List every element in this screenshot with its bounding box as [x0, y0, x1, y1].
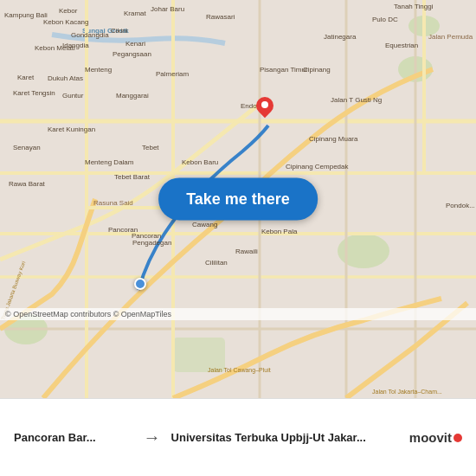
- moovit-logo: moovit: [409, 430, 462, 445]
- svg-text:Karet Tengsin: Karet Tengsin: [13, 89, 55, 97]
- svg-text:Cawang: Cawang: [192, 221, 217, 228]
- copyright-text: © OpenStreetMap contributors © OpenMapTi…: [5, 310, 171, 318]
- svg-text:Pulo DC: Pulo DC: [372, 16, 398, 23]
- origin-marker: [134, 278, 146, 290]
- svg-text:Menteng: Menteng: [85, 66, 112, 74]
- svg-text:Kebor: Kebor: [59, 7, 78, 15]
- svg-text:Guntur: Guntur: [62, 92, 84, 100]
- svg-text:Kebon Baru: Kebon Baru: [182, 158, 218, 166]
- svg-text:Pengadegan: Pengadegan: [132, 239, 171, 247]
- svg-text:Cililitan: Cililitan: [205, 259, 228, 267]
- svg-text:Manggarai: Manggarai: [116, 92, 149, 100]
- svg-text:Senayan: Senayan: [13, 144, 41, 151]
- svg-text:Tebet: Tebet: [142, 144, 159, 151]
- svg-text:Karet: Karet: [17, 74, 35, 81]
- moovit-brand-text: moovit: [409, 430, 452, 445]
- svg-text:Kebon Pala: Kebon Pala: [261, 228, 298, 235]
- info-bar: Pancoran Bar... → Universitas Terbuka Up…: [0, 398, 476, 476]
- svg-text:Menteng Dalam: Menteng Dalam: [85, 158, 134, 166]
- svg-text:Dukuh Atas: Dukuh Atas: [48, 74, 83, 82]
- svg-text:Pegangsaan: Pegangsaan: [113, 50, 151, 58]
- svg-text:Kramat: Kramat: [124, 10, 147, 17]
- copyright-bar: © OpenStreetMap contributors © OpenMapTi…: [0, 308, 476, 320]
- svg-text:Cipinang Muara: Cipinang Muara: [309, 135, 358, 143]
- svg-text:Tebet Barat: Tebet Barat: [114, 173, 151, 181]
- route-arrow-icon: →: [144, 428, 161, 447]
- svg-text:Karet Kuningan: Karet Kuningan: [48, 125, 95, 133]
- svg-text:Palmeriam: Palmeriam: [156, 70, 190, 78]
- route-origin: Pancoran Bar...: [14, 431, 133, 444]
- svg-text:Kampung Bali: Kampung Bali: [4, 11, 48, 19]
- svg-text:Kebon Melati: Kebon Melati: [35, 44, 75, 52]
- svg-text:Jalan Tol Jakarta–Cham...: Jalan Tol Jakarta–Cham...: [372, 389, 442, 395]
- svg-text:Kenari: Kenari: [125, 40, 145, 48]
- svg-text:Tanah Tinggi: Tanah Tinggi: [394, 3, 434, 10]
- svg-text:Jalan T Gusti Ng: Jalan T Gusti Ng: [331, 96, 382, 104]
- svg-text:Kebon Kacang: Kebon Kacang: [43, 18, 89, 26]
- svg-text:Cipinang: Cipinang: [303, 66, 331, 74]
- svg-text:Rawasari: Rawasari: [206, 13, 235, 21]
- svg-text:Cikini: Cikini: [111, 27, 128, 35]
- svg-text:Johar Baru: Johar Baru: [151, 5, 184, 13]
- svg-text:Rasuna Said: Rasuna Said: [93, 199, 133, 207]
- svg-text:Cipinang Cempedak: Cipinang Cempedak: [286, 163, 349, 170]
- svg-text:Pondok...: Pondok...: [446, 202, 475, 209]
- svg-text:Gondangdia: Gondangdia: [71, 31, 109, 39]
- svg-text:Jalan Pemuda: Jalan Pemuda: [428, 33, 473, 41]
- svg-text:Pisangan Timur: Pisangan Timur: [260, 66, 308, 74]
- route-destination: Universitas Terbuka Upbjj-Ut Jakar...: [171, 431, 409, 444]
- moovit-dot-icon: [453, 434, 462, 442]
- svg-text:Rawaili: Rawaili: [235, 248, 258, 255]
- map-container: Sungai Gresik Trans Jakarta Busway Kori …: [0, 0, 476, 398]
- svg-text:Rawa Barat: Rawa Barat: [9, 180, 46, 188]
- svg-text:Jalan Tol Cawang–Pluit: Jalan Tol Cawang–Pluit: [208, 367, 271, 374]
- destination-marker: [256, 97, 273, 121]
- take-me-there-button[interactable]: Take me there: [158, 178, 318, 221]
- svg-text:Jatinegara: Jatinegara: [324, 33, 357, 41]
- svg-text:Equestrian: Equestrian: [385, 42, 418, 49]
